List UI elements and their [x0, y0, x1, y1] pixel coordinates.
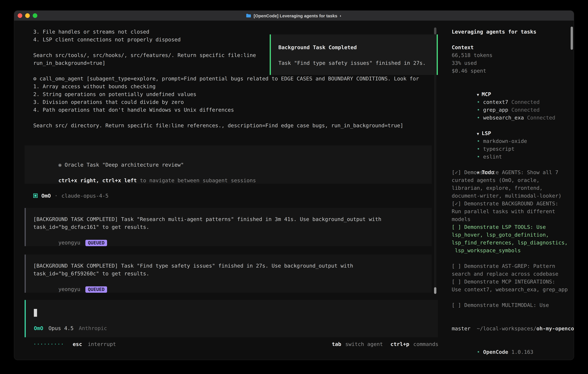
todo-line: models [452, 215, 571, 223]
spacer-line [33, 114, 435, 122]
bullet-icon: • [477, 146, 480, 152]
keybind-hint: to navigate between subagent sessions [137, 177, 256, 183]
titlebar: [OpenCode] Leveraging agents for tasks ◐ [14, 11, 574, 21]
log-line: Search src/ directory. Return specific f… [33, 122, 435, 129]
toast-body: Task "Find type safety issues" finished … [278, 59, 437, 67]
oracle-title [62, 162, 65, 168]
section-collapse-icon[interactable]: ▼ [477, 132, 479, 136]
todo-line: [✓] Demonstrate BACKGROUND AGENTS: [452, 200, 571, 208]
message-author: yeongyu [58, 286, 80, 292]
log-line: 4. Path operations that don't handle Win… [33, 106, 435, 114]
spacer-line [278, 51, 437, 59]
todo-line: [ ] Demonstrate MULTIMODAL: Use [452, 301, 571, 309]
workspace-repo: oh-my-opencode: [536, 325, 574, 332]
bullet-icon: • [477, 107, 480, 113]
esc-key-hint: esc [73, 340, 82, 348]
input-provider: Anthropic [79, 324, 107, 332]
section-collapse-icon[interactable]: ▼ [477, 93, 479, 97]
input-agent-name: OmO [34, 324, 43, 332]
context-header: Context [452, 43, 571, 51]
oracle-title-line: ◉ Oracle Task "Deep architecture review" [33, 153, 432, 161]
workspace-dir: ~/local-workspaces/ [477, 325, 536, 332]
background-task-message: [BACKGROUND TASK COMPLETED] Task "Find t… [25, 255, 432, 293]
message-line: [BACKGROUND TASK COMPLETED] Task "Resear… [33, 215, 432, 223]
message-line: [BACKGROUND TASK COMPLETED] Task "Find t… [33, 262, 432, 270]
keybind-keys: ctrl+x right, ctrl+x left [58, 177, 137, 183]
input-model-info: OmO Opus 4.5 Anthropic [34, 324, 107, 332]
message-meta: yeongyuQUEUED [33, 277, 432, 285]
context-tokens: 66,518 tokens [452, 51, 571, 59]
spacer-line [452, 254, 571, 262]
oracle-task-panel: ◉ Oracle Task "Deep architecture review"… [25, 145, 432, 184]
todo-line: [ ] Demonstrate MCP INTEGRATIONS: [452, 278, 571, 285]
sidebar: Leveraging agents for tasks Context 66,5… [452, 28, 571, 348]
esc-key-label: interrupt [88, 340, 116, 348]
message-meta: yeongyuQUEUED [33, 231, 432, 239]
tab-key-hint: tab [332, 340, 341, 348]
spacer-line [452, 293, 571, 301]
terminal-window: [OpenCode] Leveraging agents for tasks ◐… [14, 11, 574, 360]
app-version: 1.0.163 [512, 349, 534, 355]
todo-line: Use context7, websearch_exa, grep_app [452, 285, 571, 293]
spinner-dots: ········· [33, 340, 64, 348]
bullet-icon: • [477, 154, 480, 160]
todo-line-active: lsp_find_references, lsp_diagnostics, [452, 239, 571, 246]
bullet-icon: • [477, 99, 480, 105]
window-title: [OpenCode] Leveraging agents for tasks ◐ [14, 11, 574, 21]
queued-badge: QUEUED [85, 240, 107, 246]
sidebar-scrollbar[interactable] [571, 27, 573, 50]
oracle-icon: ◉ [58, 162, 62, 168]
prompt-input[interactable]: OmO Opus 4.5 Anthropic [25, 300, 438, 337]
todo-line: search and replace across codebase [452, 270, 571, 278]
bullet-icon: • [477, 349, 480, 355]
todo-line-active: lsp_hover, lsp_goto_definition, [452, 231, 571, 239]
spacer-line [452, 75, 571, 83]
todo-line: [✓] Demonstrate AGENTS: Show all 7 [452, 168, 571, 176]
todo-line-active: lsp_workspace_symbols [452, 246, 571, 254]
background-task-message: [BACKGROUND TASK COMPLETED] Task "Resear… [25, 208, 432, 246]
message-author: yeongyu [58, 239, 80, 246]
bullet-icon: • [477, 138, 480, 144]
text-cursor [34, 309, 37, 317]
message-line: task_id="bg_dcfac161" to get results. [33, 223, 432, 231]
context-used: 33% used [452, 59, 571, 67]
keybind-hint-line: ctrl+x right, ctrl+x left to navigate be… [33, 169, 432, 177]
desktop: [OpenCode] Leveraging agents for tasks ◐… [0, 0, 588, 374]
agent-header: OmO · claude-opus-4-5 [33, 192, 108, 200]
input-model: Opus 4.5 [48, 324, 74, 332]
scrollbar-thumb-top[interactable] [434, 28, 436, 34]
log-line-tool-call: ⚙ call_omo_agent [subagent_type=explore,… [33, 75, 435, 83]
spacer-line [452, 309, 571, 317]
todo-line: curated agents (OmO, oracle, [452, 176, 571, 184]
sidebar-title: Leveraging agents for tasks [452, 28, 571, 36]
todo-line: librarian, explore, frontend, [452, 184, 571, 192]
background-task-toast: Background Task Completed Task "Find typ… [270, 34, 438, 75]
sidebar-footer: •OpenCode1.0.163 [452, 340, 571, 348]
ctrlp-key-hint: ctrl+p [390, 340, 409, 348]
session-status-icon: ◐ [340, 13, 342, 18]
mcp-header: ▼MCP [452, 83, 571, 90]
todo-line: document-writer, multimodal-looker) [452, 192, 571, 200]
log-line: 3. Division operations that could divide… [33, 98, 435, 106]
context-spent: $0.46 spent [452, 67, 571, 75]
separator-dot: · [54, 192, 58, 200]
folder-icon [246, 14, 251, 18]
todo-line: [ ] Demonstrate AST-GREP: Pattern [452, 262, 571, 270]
toast-title: Background Task Completed [278, 43, 437, 51]
statusbar-right: tab switch agent ctrl+p commands [332, 340, 438, 348]
workspace-path: ~/local-workspaces/oh-my-opencode: [452, 317, 571, 324]
bullet-icon: • [477, 114, 480, 121]
scrollbar-thumb[interactable] [434, 287, 436, 294]
tab-key-label: switch agent [345, 340, 383, 348]
agent-name: OmO [41, 192, 51, 200]
statusbar: ········· esc interrupt tab switch agent… [33, 340, 438, 348]
ctrlp-key-label: commands [413, 340, 438, 348]
app-name: OpenCode [483, 349, 508, 355]
spacer-line [452, 36, 571, 43]
log-line: 2. String operations on potentially unde… [33, 90, 435, 98]
agent-model: claude-opus-4-5 [62, 192, 108, 200]
queued-badge: QUEUED [85, 286, 107, 293]
log-line: 1. Array access without bounds checking [33, 83, 435, 90]
message-line: task_id="bg_6f59260c" to get results. [33, 270, 432, 277]
window-title-text: [OpenCode] Leveraging agents for tasks [254, 13, 337, 18]
